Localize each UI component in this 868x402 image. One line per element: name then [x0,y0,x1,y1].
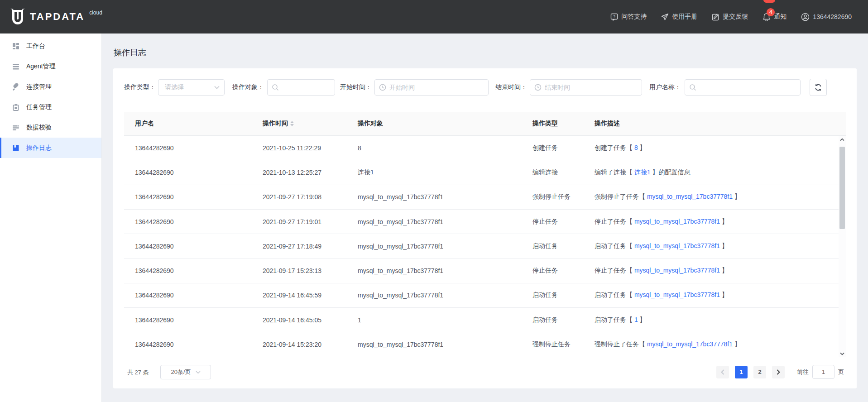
col-time[interactable]: 操作时间 [263,120,358,128]
filter-user-label: 用户名称： [649,83,681,91]
cell-target: 1 [358,316,532,324]
next-page-button[interactable] [772,366,785,378]
cell-type: 启动任务 [532,291,595,299]
table-row: 13644282690 2021-10-25 11:22:29 8 创建任务 创… [124,136,846,160]
filter-end-box [530,79,642,96]
brand-name: TAPDATA [30,8,85,25]
cell-target: mysql_to_mysql_17bc37778f1 [358,267,532,274]
filter-user-input[interactable] [685,80,800,95]
table-row: 13644282690 2021-09-27 17:18:49 mysql_to… [124,234,846,258]
filter-type-select[interactable]: 请选择 [158,79,225,96]
prev-page-button[interactable] [716,366,729,378]
clock-icon [534,84,542,91]
nav-notice[interactable]: 4 通知 [762,13,786,21]
data-check-icon [12,124,19,131]
help-icon: ? [610,13,618,21]
table-row: 13644282690 2021-09-14 15:23:20 mysql_to… [124,332,846,357]
chevron-down-icon [214,86,220,89]
col-username: 用户名 [135,120,263,128]
sidebar-item-workbench[interactable]: 工作台 [0,36,101,56]
cell-description: 创建了任务【 8 】 [595,144,846,152]
scroll-up-icon[interactable] [839,136,846,143]
description-link[interactable]: 连接1 [634,168,651,176]
main-content: 操作日志 操作类型： 请选择 操作对象： 开始时间： 结束时间： 用户名称： [101,34,868,402]
cell-username: 13644282690 [135,341,263,348]
nav-feedback[interactable]: 提交反馈 [712,13,748,21]
filter-type-label: 操作类型： [124,83,156,91]
pagination: 共 27 条 20条/页 1 2 前往 页 [113,365,857,379]
feedback-edit-icon [712,13,719,21]
app-header: TAPDATA cloud ? 问答支持 使用手册 提交反馈 [0,0,868,34]
cell-time: 2021-09-27 17:19:01 [263,218,358,225]
description-link[interactable]: mysql_to_mysql_17bc37778f1 [647,340,733,348]
cell-type: 停止任务 [532,218,595,226]
page-controls: 1 2 前往 页 [716,365,844,379]
table-header-row: 用户名 操作时间 操作对象 操作类型 操作描述 [124,112,846,136]
description-link[interactable]: mysql_to_mysql_17bc37778f1 [634,291,720,298]
page-button-1[interactable]: 1 [735,366,748,378]
scroll-down-icon[interactable] [839,350,846,357]
nav-user[interactable]: 13644282690 [801,13,852,21]
sidebar: 工作台 Agent管理 连接管理 任务管理 数据校验 操作日志 [0,34,101,402]
clipboard-icon [12,104,19,111]
search-icon [272,84,279,91]
filter-target-box [267,79,335,96]
cell-description: 启动了任务【 mysql_to_mysql_17bc37778f1 】 [595,242,846,250]
notice-badge: 4 [767,8,775,16]
cell-username: 13644282690 [135,144,263,152]
sidebar-item-tasks[interactable]: 任务管理 [0,97,101,117]
log-book-icon [12,144,19,152]
description-link[interactable]: 8 [634,144,638,151]
chevron-left-icon [721,369,724,375]
cell-username: 13644282690 [135,267,263,274]
description-link[interactable]: mysql_to_mysql_17bc37778f1 [634,242,720,249]
svg-text:?: ? [613,14,615,19]
nav-help[interactable]: ? 问答支持 [610,13,647,21]
description-link[interactable]: 1 [634,316,638,323]
clock-icon [379,84,386,91]
cell-description: 编辑了连接【 连接1 】的配置信息 [595,168,846,177]
filter-user-box [685,79,801,96]
cell-time: 2021-09-14 15:23:20 [263,341,358,348]
goto-unit: 页 [838,368,844,376]
description-link[interactable]: mysql_to_mysql_17bc37778f1 [634,218,720,225]
search-icon [689,84,696,91]
brand-logo[interactable]: TAPDATA cloud [10,8,102,25]
page-button-2[interactable]: 2 [753,366,766,378]
sidebar-item-validation[interactable]: 数据校验 [0,117,101,138]
cell-time: 2021-09-17 15:23:13 [263,267,358,274]
description-link[interactable]: mysql_to_mysql_17bc37778f1 [634,267,720,274]
cell-description: 停止了任务【 mysql_to_mysql_17bc37778f1 】 [595,218,846,226]
chevron-down-icon [196,371,201,374]
cell-target: mysql_to_mysql_17bc37778f1 [358,292,532,299]
filter-end-label: 结束时间： [495,83,527,91]
cell-description: 停止了任务【 mysql_to_mysql_17bc37778f1 】 [595,267,846,275]
page-size-select[interactable]: 20条/页 [160,365,211,379]
cell-target: mysql_to_mysql_17bc37778f1 [358,193,532,201]
scrollbar-thumb[interactable] [839,147,845,229]
cell-type: 启动任务 [532,242,595,250]
sidebar-item-agent[interactable]: Agent管理 [0,56,101,77]
notification-sliver [763,0,775,3]
filter-start-input[interactable] [375,80,488,95]
table-scrollbar[interactable] [839,136,846,357]
sidebar-item-operation-log[interactable]: 操作日志 [0,138,101,158]
nav-manual[interactable]: 使用手册 [661,13,697,21]
goto-page-input[interactable] [812,365,834,379]
total-count: 共 27 条 [127,368,149,377]
table-row: 13644282690 2021-09-27 17:19:01 mysql_to… [124,210,846,234]
refresh-button[interactable] [810,79,827,96]
cell-username: 13644282690 [135,243,263,250]
sidebar-item-connections[interactable]: 连接管理 [0,77,101,97]
sort-icon[interactable] [290,121,294,126]
cell-target: 连接1 [358,168,532,177]
cell-time: 2021-09-14 16:45:59 [263,292,358,299]
cell-description: 启动了任务【 mysql_to_mysql_17bc37778f1 】 [595,291,846,299]
filter-target-label: 操作对象： [232,83,264,91]
tapdata-logo-icon [10,8,25,25]
filter-end-input[interactable] [530,80,642,95]
filter-start-label: 开始时间： [340,83,372,91]
table-row: 13644282690 2021-09-27 17:19:08 mysql_to… [124,185,846,210]
description-link[interactable]: mysql_to_mysql_17bc37778f1 [647,193,733,200]
table-row: 13644282690 2021-09-14 16:45:05 1 启动任务 启… [124,308,846,332]
